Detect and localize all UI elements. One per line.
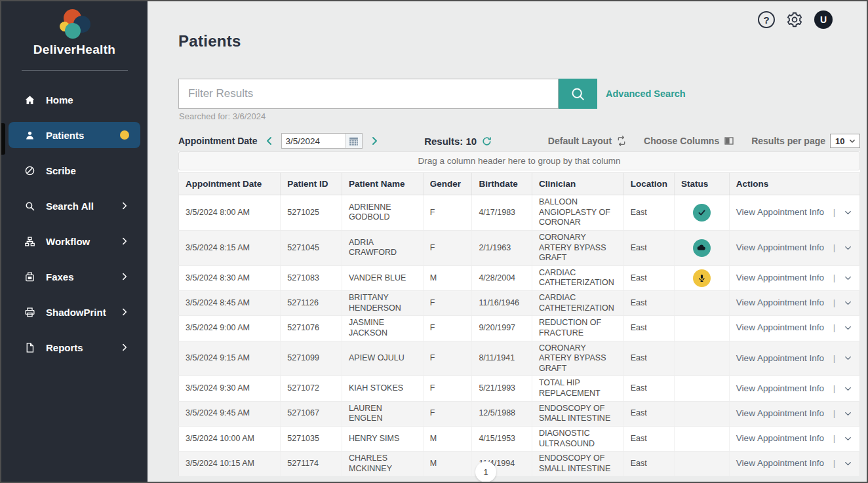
cell-clinician: REDUCTION OF FRACTURE: [532, 316, 623, 341]
chevron-down-icon[interactable]: [843, 353, 853, 363]
view-appointment-info-link[interactable]: View Appointment Info: [736, 298, 824, 307]
view-appointment-info-link[interactable]: View Appointment Info: [736, 433, 824, 443]
refresh-icon[interactable]: [481, 136, 492, 147]
sidebar-item-patients[interactable]: Patients: [9, 122, 140, 148]
table-header-row: Appointment Date Patient ID Patient Name…: [179, 173, 860, 195]
sidebar-scrollbar-thumb[interactable]: [1, 123, 5, 155]
chevron-down-icon[interactable]: [843, 208, 853, 218]
chevron-down-icon[interactable]: [843, 384, 853, 394]
col-patient-id[interactable]: Patient ID: [281, 173, 342, 195]
cell-status: [674, 376, 729, 401]
chevron-down-icon[interactable]: [843, 243, 853, 253]
cell-patient-name: HENRY SIMS: [342, 426, 424, 451]
search-row: Advanced Search: [178, 79, 686, 109]
chevron-down-icon[interactable]: [843, 298, 853, 308]
view-appointment-info-link[interactable]: View Appointment Info: [736, 353, 824, 363]
choose-columns-button[interactable]: Choose Columns: [644, 136, 734, 146]
cell-gender: M: [423, 265, 472, 290]
columns-icon: [724, 136, 734, 146]
controls-row: Appointment Date Results: 10 Default Lay…: [178, 132, 860, 149]
cell-patient-name: VANDER BLUE: [342, 265, 424, 290]
col-birthdate[interactable]: Birthdate: [472, 173, 532, 195]
group-by-dropzone[interactable]: Drag a column header here to group by th…: [178, 151, 860, 170]
default-layout-button[interactable]: Default Layout: [548, 136, 627, 146]
table-row: 3/5/2024 8:30 AM 5271083 VANDER BLUE M 4…: [179, 265, 860, 290]
view-appointment-info-link[interactable]: View Appointment Info: [736, 458, 824, 468]
col-actions[interactable]: Actions: [729, 173, 859, 195]
page-1-button[interactable]: 1: [475, 461, 496, 482]
cell-patient-name: BRITTANY HENDERSON: [342, 291, 424, 316]
col-status[interactable]: Status: [674, 173, 729, 195]
action-divider: |: [833, 433, 836, 443]
printer-icon: [23, 307, 36, 318]
magnifier-icon: [570, 86, 586, 102]
cell-actions: View Appointment Info |: [729, 195, 859, 231]
cell-appointment-date: 3/5/2024 8:15 AM: [179, 230, 281, 265]
cell-actions: View Appointment Info |: [729, 316, 859, 341]
calendar-icon[interactable]: [345, 134, 362, 148]
cell-gender: F: [423, 401, 472, 426]
advanced-search-link[interactable]: Advanced Search: [606, 88, 686, 99]
previous-date-button[interactable]: [264, 136, 275, 146]
cell-gender: M: [423, 426, 472, 451]
search-button[interactable]: [559, 79, 597, 109]
page-title: Patients: [178, 32, 241, 50]
view-appointment-info-link[interactable]: View Appointment Info: [736, 273, 824, 282]
sidebar-item-scribe[interactable]: Scribe: [9, 157, 140, 184]
col-location[interactable]: Location: [623, 173, 674, 195]
view-appointment-info-link[interactable]: View Appointment Info: [736, 408, 824, 418]
cell-clinician: CORONARY ARTERY BYPASS GRAFT: [532, 341, 623, 376]
app-window: DeliverHealth Home Patients Scribe Searc…: [0, 0, 868, 483]
chevron-down-icon[interactable]: [843, 323, 853, 333]
brand-name: DeliverHealth: [1, 43, 148, 57]
chevron-down-icon[interactable]: [843, 434, 853, 444]
chevron-down-icon[interactable]: [843, 459, 853, 469]
view-appointment-info-link[interactable]: View Appointment Info: [736, 242, 824, 252]
col-clinician[interactable]: Clinician: [532, 173, 623, 195]
table-row: 3/5/2024 10:00 AM 5271035 HENRY SIMS M 4…: [179, 426, 860, 451]
table-row: 3/5/2024 9:15 AM 5271099 APIEW OJULU F 8…: [179, 341, 860, 376]
cell-actions: View Appointment Info |: [729, 452, 859, 476]
appointment-date-label: Appointment Date: [178, 136, 258, 146]
cell-status: [674, 195, 729, 231]
cell-status: [674, 452, 729, 476]
results-per-page-select[interactable]: 10: [830, 134, 860, 148]
cell-appointment-date: 3/5/2024 9:45 AM: [179, 401, 281, 426]
fax-icon: [23, 271, 36, 282]
cell-gender: F: [423, 316, 472, 341]
col-appointment-date[interactable]: Appointment Date: [179, 173, 281, 195]
cell-patient-id: 5271072: [281, 376, 342, 401]
cell-patient-id: 5271126: [281, 291, 342, 316]
cell-actions: View Appointment Info |: [729, 426, 859, 451]
cell-actions: View Appointment Info |: [729, 401, 859, 426]
view-appointment-info-link[interactable]: View Appointment Info: [736, 383, 824, 393]
col-patient-name[interactable]: Patient Name: [342, 173, 424, 195]
chevron-right-icon: [120, 343, 129, 352]
settings-gear-icon[interactable]: [786, 11, 803, 28]
chevron-down-icon[interactable]: [843, 273, 853, 283]
cell-gender: F: [423, 195, 472, 231]
sidebar-item-faxes[interactable]: Faxes: [9, 263, 140, 290]
user-avatar[interactable]: U: [814, 10, 833, 29]
cell-clinician: CARDIAC CATHETERIZATION: [532, 291, 623, 316]
cell-location: East: [623, 341, 674, 376]
cell-birthdate: 4/17/1983: [472, 195, 532, 231]
sidebar-item-shadowprint[interactable]: ShadowPrint: [9, 299, 140, 325]
next-date-button[interactable]: [369, 136, 380, 146]
cell-status: [674, 401, 729, 426]
chevron-down-icon[interactable]: [843, 409, 853, 419]
cell-clinician: DIAGNOSTIC ULTRASOUND: [532, 426, 623, 451]
sidebar-item-reports[interactable]: Reports: [9, 334, 140, 360]
view-appointment-info-link[interactable]: View Appointment Info: [736, 322, 824, 332]
view-appointment-info-link[interactable]: View Appointment Info: [736, 207, 824, 217]
sidebar-item-home[interactable]: Home: [9, 87, 140, 113]
cell-patient-id: 5271067: [281, 401, 342, 426]
col-gender[interactable]: Gender: [423, 173, 472, 195]
cell-appointment-date: 3/5/2024 9:15 AM: [179, 341, 281, 376]
appointment-date-input[interactable]: [282, 134, 345, 148]
cell-status: [674, 291, 729, 316]
filter-results-input[interactable]: [178, 79, 559, 109]
sidebar-item-workflow[interactable]: Workflow: [9, 228, 140, 254]
sidebar-item-search-all[interactable]: Search All: [9, 193, 140, 219]
help-icon[interactable]: [758, 11, 775, 28]
